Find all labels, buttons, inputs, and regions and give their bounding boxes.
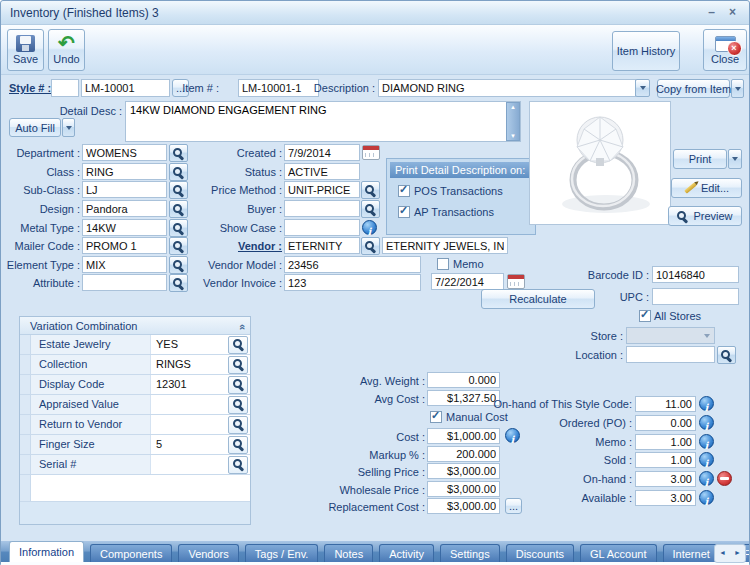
tab-components[interactable]: Components [90,544,172,562]
variation-row-value[interactable] [151,455,226,474]
style-number-link[interactable]: Style # : [9,82,51,95]
variation-row-label: Return to Vendor [31,415,151,434]
ap-transactions-checkbox[interactable] [398,206,410,218]
minimize-button[interactable]: – [704,5,719,20]
pos-transactions-checkbox[interactable] [398,185,410,197]
memo-qty-field[interactable] [635,434,696,450]
variation-row-value[interactable]: RINGS [151,355,226,374]
tab-notes[interactable]: Notes [324,544,373,562]
variation-row-value[interactable]: 12301 [151,375,226,394]
barcode-id-field[interactable] [652,266,739,283]
calendar-icon[interactable] [362,145,380,160]
undo-button[interactable]: ↶ Undo [48,29,85,71]
edit-button[interactable]: Edit... [671,178,742,198]
collapse-chevron-icon[interactable]: « [234,324,248,330]
variation-lookup-button[interactable] [228,356,248,374]
tab-gl-account[interactable]: GL Account [580,544,656,562]
variation-row-value[interactable]: 5 [151,435,226,454]
vendor-field[interactable] [284,237,360,254]
detail-desc-textarea[interactable] [125,101,521,142]
variation-lookup-button[interactable] [228,416,248,434]
variation-lookup-button[interactable] [228,456,248,474]
sold-info-icon[interactable] [699,452,714,467]
style-prefix-field[interactable] [51,79,79,97]
available-info-icon[interactable] [699,490,714,505]
location-lookup-button[interactable] [717,346,736,364]
vendor-link[interactable]: Vendor : [151,240,282,253]
memo-qty-info-icon[interactable] [699,434,714,449]
magnifier-icon [233,339,244,350]
variation-lookup-button[interactable] [228,436,248,454]
window-close-button[interactable]: × [725,5,740,20]
magnifier-icon [233,379,244,390]
copy-from-item-button[interactable]: Copy from Item [657,79,730,98]
tab-scroll-right-icon[interactable]: ► [730,545,745,562]
save-icon [16,35,35,52]
show-case-field[interactable] [284,219,360,236]
selling-price-label: Selling Price : [281,466,425,479]
onhand-info-icon[interactable] [699,471,714,486]
variation-row-value[interactable] [151,415,226,434]
item-history-button[interactable]: Item History [612,31,680,71]
detail-desc-scrollbar[interactable]: ▲ ▼ [506,102,520,141]
scroll-up-icon[interactable]: ▲ [507,104,519,110]
print-button[interactable]: Print [673,149,727,169]
created-field[interactable] [284,144,360,161]
memo-checkbox[interactable] [437,258,449,270]
vendor-model-field[interactable] [284,256,421,273]
print-dropdown[interactable] [728,149,742,169]
vendor-lookup-button[interactable] [361,237,380,255]
sub-class-label: Sub-Class : [1,184,80,197]
close-button[interactable]: × Close [703,29,747,71]
save-button[interactable]: Save [7,29,44,71]
variation-lookup-button[interactable] [228,396,248,414]
scroll-down-icon[interactable]: ▼ [507,133,519,139]
tab-information[interactable]: Information [9,541,84,562]
tab-vendors[interactable]: Vendors [178,544,238,562]
buyer-field[interactable] [284,200,360,217]
magnifier-icon [233,459,244,470]
copy-from-item-dropdown[interactable] [731,79,744,98]
status-field[interactable] [284,163,360,180]
style-number-field[interactable] [81,79,170,97]
preview-button[interactable]: Preview [668,206,742,226]
no-entry-icon[interactable] [717,471,732,486]
tab-tags-env[interactable]: Tags / Env. [245,544,319,562]
calendar-icon[interactable] [507,274,525,289]
upc-field[interactable] [652,288,739,305]
price-method-field[interactable] [284,181,360,198]
tab-activity[interactable]: Activity [379,544,434,562]
description-dropdown-button[interactable] [635,79,650,97]
auto-fill-button[interactable]: Auto Fill [9,118,61,137]
description-field[interactable] [378,79,636,97]
variation-row-value[interactable] [151,395,226,414]
tab-scroll-left-icon[interactable]: ◄ [715,545,730,562]
ordered-po-field[interactable] [635,415,696,431]
price-method-lookup-button[interactable] [361,181,380,199]
available-field[interactable] [635,490,696,506]
vendor-invoice-field[interactable] [284,274,421,291]
variation-panel-header: Variation Combination « [20,317,250,335]
vendor-name-field[interactable] [382,237,508,254]
variation-row-value[interactable]: YES [151,335,226,354]
auto-fill-dropdown[interactable] [62,118,75,137]
location-field[interactable] [626,346,715,363]
onhand-style-field[interactable] [635,396,696,412]
avg-weight-field[interactable] [427,372,500,388]
variation-lookup-button[interactable] [228,336,248,354]
buyer-lookup-button[interactable] [361,200,380,218]
invoice-date-field[interactable] [431,273,504,290]
recalculate-button[interactable]: Recalculate [481,289,595,309]
tab-internet[interactable]: Internet [663,544,720,562]
variation-lookup-button[interactable] [228,376,248,394]
show-case-info-icon[interactable] [362,220,377,235]
mailer-code-label: Mailer Code : [1,240,80,253]
tab-settings[interactable]: Settings [440,544,500,562]
onhand-style-info-icon[interactable] [699,396,714,411]
onhand-field[interactable] [635,471,696,487]
tab-discounts[interactable]: Discounts [506,544,574,562]
ordered-po-info-icon[interactable] [699,415,714,430]
lookup-cell [226,395,250,414]
all-stores-checkbox[interactable] [639,310,651,322]
sold-field[interactable] [635,452,696,468]
